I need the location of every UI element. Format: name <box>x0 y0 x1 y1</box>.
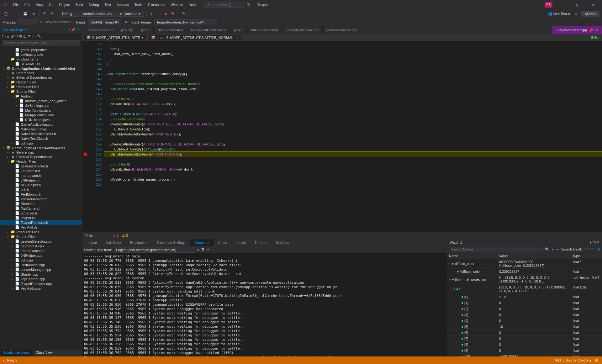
watch-row[interactable]: ◆ [5]10float <box>447 324 602 330</box>
tree-item[interactable]: ▹■References <box>0 150 82 155</box>
step-over-icon[interactable]: ↷ <box>181 11 186 16</box>
tree-item[interactable]: ▹📄JniBindings.cpp <box>0 103 82 108</box>
nav-member-dropdown[interactable]: 📦 enum SHADER_ATTRIBUTES ATTRIB_NORMAL =… <box>149 35 241 40</box>
editor-tab-active[interactable]: TeapotRenderer.cpp 📌 ✕ <box>552 26 602 34</box>
tree-item[interactable]: ▹📄pch.cpp <box>0 141 82 145</box>
preview-icon[interactable]: <> <box>32 34 36 38</box>
watch-col-value[interactable]: Value <box>497 253 571 259</box>
panel-tab-logcat[interactable]: Logcat <box>82 239 101 246</box>
pin-icon[interactable]: ▾ 📌 <box>68 28 76 31</box>
menu-file[interactable]: File <box>11 2 21 8</box>
tree-item[interactable]: 📄NDKHelper.java <box>0 117 82 122</box>
add-source-control-button[interactable]: ↑ Add to Source Control ▴ <box>552 358 591 362</box>
tree-item[interactable]: ▿📁Source Files <box>0 89 82 94</box>
panel-tab-locals[interactable]: Locals <box>231 239 250 246</box>
explorer-tab[interactable]: Class View <box>33 350 56 356</box>
tree-item[interactable]: 📄JNIHelper.h <box>0 178 82 182</box>
output-source-dropdown[interactable]: Logcat (com.example.gameapplication) <box>114 247 195 253</box>
tree-item[interactable]: 📄GLContext.h <box>0 168 82 173</box>
save-icon[interactable]: 💾 <box>22 11 29 16</box>
watch-row[interactable]: ◆ [3]0float <box>447 312 602 318</box>
maximize-button[interactable]: ▢ <box>571 0 584 9</box>
process-dropdown[interactable]: [] <box>18 19 37 25</box>
editor-tab[interactable]: NatvisTest.natvis <box>154 26 187 34</box>
tree-item[interactable]: 📄README.TXT <box>0 61 82 66</box>
menu-analyze[interactable]: Analyze <box>114 2 131 8</box>
tree-item[interactable]: 📄NatvisTestChildClass.h <box>0 131 82 136</box>
feedback-icon[interactable]: 🗩 <box>245 2 251 7</box>
live-share-button[interactable]: 👥 Live Share <box>547 11 571 16</box>
close-icon[interactable]: ✕ <box>595 28 598 32</box>
menu-test[interactable]: Test <box>102 2 114 8</box>
tree-item[interactable]: ▹📄TapCamera.cpp <box>0 277 82 281</box>
watch-search-input[interactable] <box>449 247 543 252</box>
refresh-icon[interactable]: ↻ <box>15 34 18 38</box>
tree-item[interactable]: 📄MyApplication.java <box>0 113 82 117</box>
panel-tab-breakpoints[interactable]: Breakpoints <box>126 239 153 246</box>
platform-dropdown[interactable]: Android-arm64-v8a <box>81 11 114 17</box>
tree-item[interactable]: ▹📁Header Files <box>0 80 82 84</box>
watch-row[interactable]: ▿ ◆ this->mat_projection_{f_={21.5, 0, 0… <box>447 275 602 284</box>
tree-item[interactable]: ▿📁Solution Items <box>0 57 82 61</box>
clear-icon[interactable]: ≡ <box>197 248 199 252</box>
watch-row[interactable]: ◆ [7]0float <box>447 336 602 342</box>
menu-extensions[interactable]: Extensions <box>146 2 168 8</box>
properties-icon[interactable]: ⧉ <box>28 34 30 38</box>
panel-tab-threads[interactable]: Threads <box>250 239 272 246</box>
watch-row[interactable]: ▿ ◆ diffuse_color0x0000007a342c3000 {*di… <box>447 259 602 269</box>
code-editor[interactable]: 1391401411421431441451461471481491501511… <box>82 41 602 232</box>
watch-row[interactable]: ◆ [1]0float <box>447 300 602 306</box>
editor-tab[interactable]: pch.cpp <box>117 26 137 34</box>
editor-tab[interactable]: NatvisTestClass.h <box>247 26 282 34</box>
step-icon[interactable]: ⤵ <box>149 11 154 16</box>
editor-tab[interactable]: gestureDetector.cpp <box>323 26 361 34</box>
error-count[interactable]: ⊘ 1 <box>113 234 118 238</box>
panel-tab-output[interactable]: Output ✕ <box>190 239 214 246</box>
stop-icon[interactable]: ■ <box>163 11 168 16</box>
step-into-icon[interactable]: ↓ <box>188 11 192 16</box>
tree-item[interactable]: 📄Teapot.inl <box>0 215 82 220</box>
depth-dropdown[interactable] <box>585 248 594 250</box>
output-content[interactable]: --------- beginning of main 06-03 13:55:… <box>82 254 447 356</box>
tree-item[interactable]: 📄NatvisTestClass.h <box>0 136 82 141</box>
feedback-icon[interactable]: ☺ <box>573 11 579 16</box>
user-badge[interactable]: PB <box>545 2 552 8</box>
tree-item[interactable]: ▹📄android_native_app_glue.c <box>0 98 82 103</box>
tree-item[interactable]: ▹📁Resource Files <box>0 229 82 234</box>
watch-row[interactable]: ◆ [6]0float <box>447 330 602 336</box>
watch-row[interactable]: ◆ [10]-1.00100052float <box>447 354 602 356</box>
tree-item[interactable]: ▹📄TeapotRenderer.cpp <box>0 281 82 286</box>
tree-item[interactable]: ▹📄GLContext.cpp <box>0 244 82 248</box>
warning-count[interactable]: ⚠ 0 <box>122 234 128 238</box>
tree-item[interactable]: 📄pch.h <box>0 187 82 192</box>
tree-item[interactable]: ▹📄GameApplication.cpp <box>0 122 82 127</box>
undo-icon[interactable]: ↶ <box>42 11 47 16</box>
continue-button[interactable]: ▶Continue ▾ <box>116 11 144 17</box>
redo-icon[interactable]: ↷ <box>49 11 55 16</box>
solution-search-input[interactable] <box>2 40 80 46</box>
menu-build[interactable]: Build <box>73 2 86 8</box>
pin-icon[interactable]: 📌 <box>589 28 593 32</box>
pause-icon[interactable]: ⏸ <box>156 11 161 16</box>
explorer-tab[interactable]: Solution Explorer <box>0 350 33 356</box>
tree-item[interactable]: ▹📄pch.cpp <box>0 258 82 262</box>
tree-item[interactable]: ▿📁Source Files <box>0 234 82 239</box>
nav-back-icon[interactable]: ◯ <box>3 11 9 16</box>
watch-row[interactable]: ◆ [8]0float <box>447 342 602 348</box>
nav-icon[interactable]: ← → <box>551 247 559 251</box>
lifecycle-label[interactable]: ⊘ Lifecycle Events ▾ <box>40 20 71 24</box>
editor-tab[interactable]: pch.h <box>137 26 154 34</box>
tree-item[interactable]: 📄Interpolator.h <box>0 173 82 178</box>
tree-item[interactable]: 📄gradle.properties <box>0 47 82 52</box>
panel-close-icon[interactable]: ✕ <box>77 28 79 31</box>
search-icon[interactable]: 🔍 <box>545 247 549 251</box>
menu-git[interactable]: Git <box>46 2 56 8</box>
tree-item[interactable]: ▿📦GameApplication (Android-arm64-v8a) <box>0 66 82 71</box>
tree-item[interactable]: ▿📁Header Files <box>0 159 82 164</box>
global-search-input[interactable] <box>204 2 245 8</box>
tree-item[interactable]: ▹📁Resource Files <box>0 84 82 89</box>
close-button[interactable]: ✕ <box>587 0 599 9</box>
tree-item[interactable]: ▹■External Dependencies <box>0 155 82 159</box>
tree-item[interactable]: ▹📄JNIHelper.cpp <box>0 253 82 258</box>
watch-row[interactable]: ▿ ◆ f_{21.5, 0, 0, 0, 0, 10, 0, 0, 0, 0,… <box>447 284 602 294</box>
